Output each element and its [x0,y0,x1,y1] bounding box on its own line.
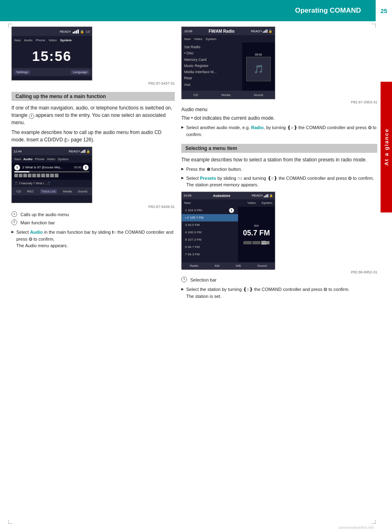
fm-item-memorycard: Memory Card [184,57,240,63]
screen1-caption: P82.87-5437-31 [11,81,175,85]
anno-circle-sel: 1 [181,277,187,282]
radio-big-freq: 05.7 FM [243,229,270,238]
nav-video: Video [49,38,57,42]
fm-item-satradio: Sat Radio [184,44,240,50]
left-column: READY 🔒 12/ Navi Audio Phone Video Sy [11,27,175,521]
fm-status: READY 🔒 [251,29,272,33]
cd-nav: Navi Audio Phone Video System [12,155,92,163]
station-7: 7 94.3 FM [182,251,238,258]
page-title: Operating COMAND [295,7,361,15]
section1-heading: Calling up the menu of a main function [11,92,175,101]
radio-content-area: 1 104.3 FM– 1 • 2 105.7 FM 3 93.5 FM 4 1… [182,207,275,262]
fmam-screen-container: 10:06 FM/AM Radio READY 🔒 Nav [181,27,377,104]
anno-2-text: Main function bar [20,219,55,227]
circle-2: 2 [83,165,89,170]
side-tab-label: At a glance [383,128,390,165]
station-5: 5 107.3 FM [182,236,238,244]
anno-1: 1 Calls up the audio menu [11,211,175,219]
fmam-screenshot: 10:06 FM/AM Radio READY 🔒 Nav [181,27,275,99]
fm-item-mediainterface: Media Interface M... [184,69,240,75]
anno-circle-1: 1 [11,211,17,217]
right-bullet-2: Press the ⊛ function button. [181,166,377,173]
fm-btn-sound: Sound [254,93,263,97]
radio-time: 10:06 [183,194,192,197]
radio-station-list: 1 104.3 FM– 1 • 2 105.7 FM 3 93.5 FM 4 1… [182,207,238,262]
right-desc2: The example describes how to select a st… [181,156,377,163]
radio-topbar: 10:06 Autostore READY 🔒 [182,192,275,199]
fm-thumbnail: 00:42 🎵 [242,42,275,92]
circle-1-inline: 1 [29,114,34,119]
selection-circle: 1 [229,208,234,213]
highlight-radio: Radio [251,125,264,130]
station-4: 4 106.3 FM [182,229,238,236]
clock-time: 15:56 [32,48,72,64]
fm-item-musicreg: Music Register [184,63,240,69]
highlight-audio: Audio [30,230,43,235]
radio-bottom: Radio AM WB Sound [182,262,275,270]
section2-heading: Selecting a menu item [181,144,377,153]
main-content: READY 🔒 12/ Navi Audio Phone Video Sy [11,27,377,521]
cd-status: READY 🔒 [69,150,90,153]
radio-btn-sound: Sound [257,264,267,268]
fm-title: FM/AM Radio [209,29,234,34]
left-bullet-1: Select Audio in the main function bar by… [11,229,175,249]
fm-topbar: 10:06 FM/AM Radio READY 🔒 [182,27,275,35]
radio-btn-am: AM [215,264,220,268]
cd-bottom: CD REC Track List Media Sound [12,187,92,195]
screen-status: READY [60,30,71,34]
radio-btn-radio: Radio [190,264,198,268]
fm-btn-media: Media [221,93,230,97]
right-column: 10:06 FM/AM Radio READY 🔒 Nav [181,27,377,521]
radio-btn-wb: WB [236,264,241,268]
radio-freq-display: BW 05.7 FM 110 MHz [238,207,275,262]
nav-system: System [60,38,71,42]
fm-content-area: Sat Radio • Disc Memory Card Music Regis… [182,42,275,92]
radio-nav: Navi Video System [182,199,275,207]
fm-bottom: CD Media Sound [182,91,275,99]
fm-btn-cd: CD [194,93,198,97]
anno-sel-text: Selection bar [190,277,216,284]
fm-item-aux: Aux [184,82,240,88]
clock-screenshot: READY 🔒 12/ Navi Audio Phone Video Sy [11,27,92,80]
fm-item-disc: • Disc [184,50,240,56]
side-tab: At a glance [381,82,392,212]
cd-topbar: 12:44 READY 🔒 [12,147,92,155]
radio-screenshot: 10:06 Autostore READY 🔒 [181,192,275,269]
cd-screenshot: 12:44 READY 🔒 Navi Audio [11,147,92,203]
right-desc1: The • dot indicates the current audio mo… [181,114,377,122]
screen-bars [73,29,79,34]
station-6: 6 94.7 FM [182,244,238,251]
highlight-presets: Presets [200,176,216,181]
cd-screen-container: 12:44 READY 🔒 Navi Audio [11,147,175,209]
cd-track-area: 1 2 What Is It? (Excuse Me)... 00:06 2 [12,163,92,180]
fmam-caption: P82.87-2953-31 [181,100,377,104]
screen-clock: 15:56 [12,44,92,68]
section1-para2: The example describes how to call up the… [11,129,175,143]
station-2: • 2 105.7 FM [182,214,238,221]
page-number: 25 [376,0,392,21]
circle-1: 1 [14,165,20,170]
nav-audio: Audio [24,38,32,42]
screen-nav: Navi Audio Phone Video System [12,36,92,44]
audio-menu-label: Audio menu [181,107,377,112]
fm-menu-list: Sat Radio • Disc Memory Card Music Regis… [182,42,242,92]
settings-btn: Settings [14,70,30,74]
screen-topbar: READY 🔒 12/ [12,27,92,36]
language-btn: Language [71,70,89,74]
radio-caption: P82.86-9952-31 [181,270,377,274]
clock-screen: READY 🔒 12/ Navi Audio Phone Video Sy [11,27,175,85]
header-bar: Operating COMAND 25 [0,0,392,21]
anno-sel-bar: 1 Selection bar [181,277,377,284]
fm-time: 10:06 [184,29,192,33]
watermark: carmanualsonline.info [338,525,374,530]
right-bullet-3: Select Presets by sliding ○↕ and turning… [181,175,377,188]
nav-navi: Navi [14,38,21,42]
radio-screen-container: 10:06 Autostore READY 🔒 [181,192,377,274]
nav-phone: Phone [36,38,45,42]
section1-para1: If one of the main navigation, audio, or… [11,104,175,126]
right-bullet-1: Select another audio mode, e.g. Radio, b… [181,124,377,138]
cd-time: 12:44 [13,150,22,153]
anno-2: 2 Main function bar [11,219,175,227]
radio-autostore: Autostore [213,194,230,198]
screen2-caption: P82.87-5439-31 [11,205,175,209]
